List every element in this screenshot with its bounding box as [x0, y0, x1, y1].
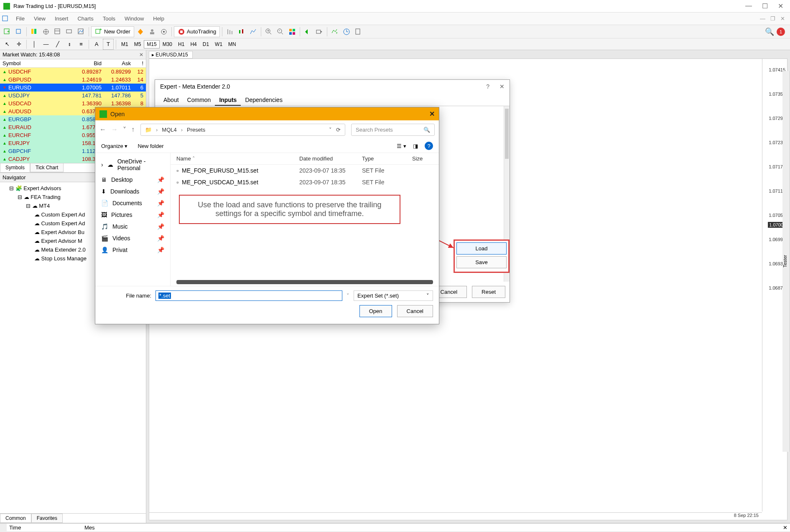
- menu-view[interactable]: View: [30, 14, 50, 23]
- mw-col-ask[interactable]: Ask: [102, 60, 131, 66]
- refresh-icon[interactable]: ⟳: [336, 127, 341, 133]
- zoom-out-icon[interactable]: -: [275, 26, 286, 37]
- file-row[interactable]: ▫ME_FOR_USDCAD_M15.set2023-09-07 18:35SE…: [171, 176, 439, 188]
- terminal-close-icon[interactable]: ✕: [783, 524, 787, 531]
- filename-input[interactable]: *.set: [155, 290, 342, 301]
- navigator-icon[interactable]: [52, 26, 63, 37]
- timeframe-h4[interactable]: H4: [187, 40, 199, 48]
- expert-save-button[interactable]: Save: [456, 256, 507, 268]
- text-icon[interactable]: A: [91, 39, 102, 50]
- timeframe-mn[interactable]: MN: [225, 40, 239, 48]
- preview-pane-icon[interactable]: ◨: [413, 143, 418, 149]
- timeframe-m1[interactable]: M1: [118, 40, 131, 48]
- fibonacci-icon[interactable]: ≡: [76, 39, 87, 50]
- market-watch-close-icon[interactable]: ✕: [139, 52, 143, 58]
- cursor-icon[interactable]: ↖: [2, 39, 13, 50]
- menu-insert[interactable]: Insert: [51, 14, 73, 23]
- organize-menu[interactable]: Organize ▾: [101, 143, 127, 149]
- data-window-icon[interactable]: [41, 26, 51, 37]
- menu-help[interactable]: Help: [149, 14, 168, 23]
- file-col-date[interactable]: Date modified: [299, 155, 362, 162]
- bar-chart-icon[interactable]: [224, 26, 235, 37]
- auto-scroll-icon[interactable]: [302, 26, 313, 37]
- expert-tab-inputs[interactable]: Inputs: [215, 95, 241, 106]
- nav-forward-icon[interactable]: →: [111, 126, 118, 134]
- terminal-col-time[interactable]: Time: [9, 524, 84, 531]
- mdi-close-icon[interactable]: ✕: [780, 15, 785, 22]
- terminal-col-message[interactable]: Mes: [84, 524, 783, 531]
- mw-tab-symbols[interactable]: Symbols: [0, 163, 30, 172]
- crumb-presets[interactable]: Presets: [187, 127, 205, 133]
- chart-shift-icon[interactable]: [314, 26, 325, 37]
- menu-window[interactable]: Window: [120, 14, 148, 23]
- nav-tab-common[interactable]: Common: [0, 514, 31, 523]
- auto-trading-button[interactable]: AutoTrading: [174, 26, 220, 37]
- expert-reset-button[interactable]: Reset: [472, 286, 505, 298]
- candle-chart-icon[interactable]: [236, 26, 247, 37]
- crumb-mql4[interactable]: MQL4: [162, 127, 176, 133]
- templates-icon[interactable]: [353, 26, 364, 37]
- timeframe-m30[interactable]: M30: [160, 40, 175, 48]
- new-chart-icon[interactable]: +: [2, 26, 13, 37]
- open-button[interactable]: Open: [359, 305, 392, 317]
- crosshair-icon[interactable]: ✛: [13, 39, 24, 50]
- help-icon[interactable]: ?: [425, 142, 433, 150]
- trendline-icon[interactable]: ╱: [52, 39, 63, 50]
- nav-up-icon[interactable]: ↑: [131, 126, 135, 134]
- file-col-size[interactable]: Size: [412, 155, 433, 162]
- market-watch-icon[interactable]: [29, 26, 40, 37]
- timeframe-d1[interactable]: D1: [200, 40, 212, 48]
- sidebar-onedrive---personal[interactable]: › ☁ OneDrive - Personal: [95, 155, 170, 174]
- sidebar-documents[interactable]: 📄 Documents📌: [95, 197, 170, 209]
- nav-back-icon[interactable]: ←: [99, 126, 106, 134]
- line-chart-icon[interactable]: [248, 26, 259, 37]
- zoom-in-icon[interactable]: +: [263, 26, 274, 37]
- file-col-name[interactable]: Name ˄: [176, 155, 299, 162]
- mw-col-bid[interactable]: Bid: [72, 60, 102, 66]
- close-button[interactable]: ✕: [778, 2, 783, 10]
- sidebar-downloads[interactable]: ⬇ Downloads📌: [95, 186, 170, 197]
- minimize-button[interactable]: —: [745, 2, 752, 10]
- nav-recent-icon[interactable]: ˅: [123, 126, 126, 134]
- indicator-list-icon[interactable]: +: [329, 26, 340, 37]
- sidebar-pictures[interactable]: 🖼 Pictures📌: [95, 209, 170, 221]
- mw-row-gbpusd[interactable]: ▲GBPUSD1.246191.2463314: [0, 76, 146, 84]
- timeframe-m5[interactable]: M5: [131, 40, 144, 48]
- profiles-icon[interactable]: [13, 26, 24, 37]
- mdi-minimize-icon[interactable]: —: [760, 15, 765, 22]
- terminal-icon[interactable]: [64, 26, 75, 37]
- timeframe-m15[interactable]: M15: [144, 40, 159, 48]
- tile-windows-icon[interactable]: [287, 26, 298, 37]
- new-order-button[interactable]: +New Order: [91, 26, 134, 37]
- notification-badge[interactable]: 1: [777, 28, 785, 36]
- mw-col-symbol[interactable]: Symbol: [3, 60, 72, 66]
- file-col-type[interactable]: Type: [362, 155, 412, 162]
- file-row[interactable]: ▫ME_FOR_EURUSD_M15.set2023-09-07 18:35SE…: [171, 165, 439, 176]
- sidebar-music[interactable]: 🎵 Music📌: [95, 221, 170, 232]
- mw-row-eurusd[interactable]: ▼EURUSD1.070051.070116: [0, 84, 146, 92]
- search-icon[interactable]: 🔍: [765, 27, 774, 36]
- mw-col-spread[interactable]: !: [131, 60, 143, 66]
- mdi-restore-icon[interactable]: ❐: [770, 15, 775, 22]
- expert-tab-common[interactable]: Common: [183, 95, 215, 106]
- maximize-button[interactable]: ☐: [762, 2, 768, 10]
- mw-row-usdchf[interactable]: ▲USDCHF0.892870.8929912: [0, 68, 146, 76]
- mw-tab-tickchart[interactable]: Tick Chart: [30, 163, 64, 172]
- chart-tab[interactable]: ▸ EURUSD,M15: [149, 51, 193, 59]
- menu-tools[interactable]: Tools: [99, 14, 120, 23]
- new-folder-button[interactable]: New folder: [138, 143, 163, 149]
- periodicity-icon[interactable]: [341, 26, 352, 37]
- sidebar-privat[interactable]: 👤 Privat📌: [95, 244, 170, 256]
- view-list-icon[interactable]: ☰ ▾: [397, 143, 406, 149]
- sidebar-videos[interactable]: 🎬 Videos📌: [95, 232, 170, 244]
- vline-icon[interactable]: │: [29, 39, 40, 50]
- text-label-icon[interactable]: T: [103, 39, 114, 50]
- expert-tab-about[interactable]: About: [159, 95, 183, 106]
- cancel-button[interactable]: Cancel: [397, 305, 433, 317]
- breadcrumb-dropdown-icon[interactable]: ˅: [329, 127, 332, 133]
- filetype-filter[interactable]: Expert Set (*.set)˅: [354, 290, 433, 301]
- options-icon[interactable]: [158, 26, 169, 37]
- mw-row-usdjpy[interactable]: ▲USDJPY147.781147.7865: [0, 92, 146, 99]
- breadcrumb-bar[interactable]: 📁 › MQL4 › Presets ˅ ⟳: [140, 124, 345, 136]
- terminal-label[interactable]: Terminal: [0, 524, 7, 532]
